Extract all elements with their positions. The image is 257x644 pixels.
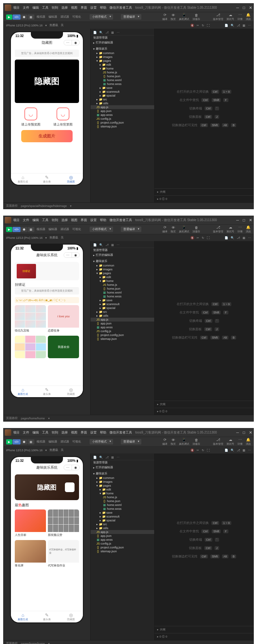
problems-panel[interactable]: ▸ 0 Ⓔ 0 xyxy=(155,633,253,640)
search-icon[interactable]: 🔍 xyxy=(231,236,234,239)
hot-reload-toggle[interactable]: 关 xyxy=(61,236,64,240)
rotate-icon[interactable]: ↻ xyxy=(202,236,204,239)
menu-file[interactable]: 文件 xyxy=(23,218,29,222)
card-signature[interactable]: 签名牌 xyxy=(15,540,46,569)
minimize-icon[interactable]: ─ xyxy=(236,5,239,10)
folder-spacial[interactable]: ▸ 📁spacial xyxy=(91,518,154,522)
preview-action[interactable]: 👁预览 xyxy=(171,438,176,446)
compile-select[interactable]: 普通编译 xyxy=(121,14,141,20)
clear-cache-action[interactable]: 🗑清缓存 xyxy=(192,226,200,233)
folder-scanresult[interactable]: ▸ 📁scanresult xyxy=(91,302,154,306)
menu-ui[interactable]: 界面 xyxy=(81,218,87,222)
menu-view[interactable]: 视图 xyxy=(71,218,77,222)
tab-avatar[interactable]: ✎趣头像 xyxy=(35,387,59,396)
file-homewxml[interactable]: ▦home.wxml xyxy=(91,503,154,507)
menu-wxdev[interactable]: 微信开发者工具 xyxy=(110,430,132,435)
clear-cache-action[interactable]: 🗑清缓存 xyxy=(192,13,200,21)
file-homejs[interactable]: JShome.js xyxy=(91,283,154,287)
folder-images[interactable]: ▸ 📁images xyxy=(91,267,154,271)
file-sitemap[interactable]: {}sitemap.json xyxy=(91,125,154,128)
tab-hidden[interactable]: ◎隐藏图 xyxy=(59,175,83,183)
root-folder[interactable]: ▾ 趣味娱乐 xyxy=(91,259,154,264)
messages-action[interactable]: 🔔消息 xyxy=(246,438,251,446)
tab-gen[interactable]: ⌂趣图生成 xyxy=(11,387,35,396)
capsule-menu-icon[interactable]: ⋯ xyxy=(64,465,72,470)
visual-btn[interactable]: ▦ xyxy=(28,439,34,444)
card-tattoo[interactable]: I love you恋爱纹身 xyxy=(48,305,79,334)
tab-hidden[interactable]: ◎隐藏图 xyxy=(59,387,83,396)
close-icon[interactable]: ✕ xyxy=(249,218,252,222)
app-mode-select[interactable]: 小程序模式 xyxy=(90,227,113,232)
menu-goto[interactable]: 转到 xyxy=(52,5,58,10)
details-action[interactable]: ⋯详情 xyxy=(237,225,243,233)
app-mode-select[interactable]: 小程序模式 xyxy=(90,439,113,444)
details-action[interactable]: ⋯详情 xyxy=(237,13,243,21)
compile-action[interactable]: ⟳编译 xyxy=(162,13,167,21)
file-homewxml[interactable]: ▦home.wxml xyxy=(91,78,154,82)
capsule-close-icon[interactable]: ◉ xyxy=(72,465,79,470)
card-wechat-likes[interactable]: 朋友圈点赞 xyxy=(48,509,79,538)
rotate-icon[interactable]: ↻ xyxy=(202,24,204,27)
explorer-ext-icon[interactable]: ▦ xyxy=(111,31,114,34)
card-couple-grid[interactable]: 情侣九宫格 xyxy=(15,305,46,334)
fullscreen-icon[interactable]: ⛶ xyxy=(207,24,210,27)
cert-card[interactable]: 挂猪证 xyxy=(15,262,79,280)
more-icon[interactable]: ⋯ xyxy=(248,236,251,239)
file-appjs[interactable]: JSapp.js xyxy=(91,318,154,322)
compile-action[interactable]: ⟳编译 xyxy=(162,225,167,233)
explorer-ext-icon[interactable]: ▦ xyxy=(111,243,114,247)
file-projectconfig[interactable]: {}project.config.json xyxy=(91,546,154,549)
version-mgmt[interactable]: ⎇版本管理 xyxy=(213,13,223,21)
explorer-files-icon[interactable]: 📄 xyxy=(93,456,97,459)
folder-edit[interactable]: ▸ 📁edit xyxy=(91,63,154,67)
close-icon[interactable]: ✕ xyxy=(249,430,252,435)
menu-view[interactable]: 视图 xyxy=(71,5,77,10)
folder-save[interactable]: ▸ 📁save xyxy=(91,86,154,90)
menu-select[interactable]: 选择 xyxy=(61,430,68,435)
test-account[interactable]: ☁测试号 xyxy=(226,13,234,21)
open-editors[interactable]: ▸ 打开的编辑器 xyxy=(91,40,154,45)
folder-utils[interactable]: ▸ 📁utils xyxy=(91,314,154,318)
test-account[interactable]: ☁测试号 xyxy=(226,438,234,446)
cut-icon[interactable]: ✂ xyxy=(197,449,199,452)
maximize-icon[interactable]: □ xyxy=(243,430,245,435)
file-appwxss[interactable]: ▦app.wxss xyxy=(91,113,154,117)
folder-images[interactable]: ▸ 📁images xyxy=(91,55,154,59)
card-notes[interactable] xyxy=(15,336,46,358)
menu-select[interactable]: 选择 xyxy=(61,5,68,10)
folder-pages[interactable]: ▾ 📁pages xyxy=(91,59,154,63)
menu-ui[interactable]: 界面 xyxy=(81,430,87,435)
mute-icon[interactable]: 🔇 xyxy=(191,24,194,27)
page-path-value[interactable]: pages/home/home xyxy=(21,642,45,644)
folder-spacial[interactable]: ▸ 📁spacial xyxy=(91,94,154,98)
folder-common[interactable]: ▸ 📁common xyxy=(91,264,154,267)
more-icon[interactable]: ⋯ xyxy=(248,449,251,452)
menu-project[interactable]: 项目 xyxy=(13,218,20,222)
folder-home[interactable]: ▾ 📁home xyxy=(91,491,154,495)
folder-utils[interactable]: ▸ 📁utils xyxy=(91,526,154,530)
capsule-menu-icon[interactable]: ⋯ xyxy=(64,253,72,257)
tab-avatar[interactable]: ✎趣头像 xyxy=(35,612,59,621)
messages-action[interactable]: 🔔消息 xyxy=(246,13,251,21)
editor-btn[interactable]: </> xyxy=(13,439,21,444)
folder-common[interactable]: ▸ 📁common xyxy=(91,51,154,55)
debugger-btn[interactable]: ⬢ xyxy=(21,227,27,232)
scm-icon[interactable]: ⎇ xyxy=(237,24,240,27)
search-icon[interactable]: 🔍 xyxy=(231,24,234,27)
file-appwxss[interactable]: ▦app.wxss xyxy=(91,325,154,329)
file-appwxss[interactable]: ▦app.wxss xyxy=(91,538,154,542)
menu-settings[interactable]: 设置 xyxy=(90,430,97,435)
folder-save[interactable]: ▸ 📁save xyxy=(91,298,154,302)
hot-reload-toggle[interactable]: 关 xyxy=(61,448,64,452)
file-appjson[interactable]: {}app.json xyxy=(91,322,154,325)
menu-view[interactable]: 视图 xyxy=(71,430,77,435)
search-icon[interactable]: 🔍 xyxy=(231,449,234,452)
tab-hidden[interactable]: ◎隐藏图 xyxy=(59,612,83,621)
file-appjs[interactable]: JSapp.js xyxy=(91,530,154,534)
file-homejs[interactable]: JShome.js xyxy=(91,70,154,74)
folder-scanresult[interactable]: ▸ 📁scanresult xyxy=(91,515,154,518)
page-path-value[interactable]: pages/home/home xyxy=(21,417,45,420)
mute-icon[interactable]: 🔇 xyxy=(191,236,194,239)
tab-gen[interactable]: ⌂趣图生成 xyxy=(11,175,35,183)
folder-edit[interactable]: ▸ 📁edit xyxy=(91,488,154,491)
